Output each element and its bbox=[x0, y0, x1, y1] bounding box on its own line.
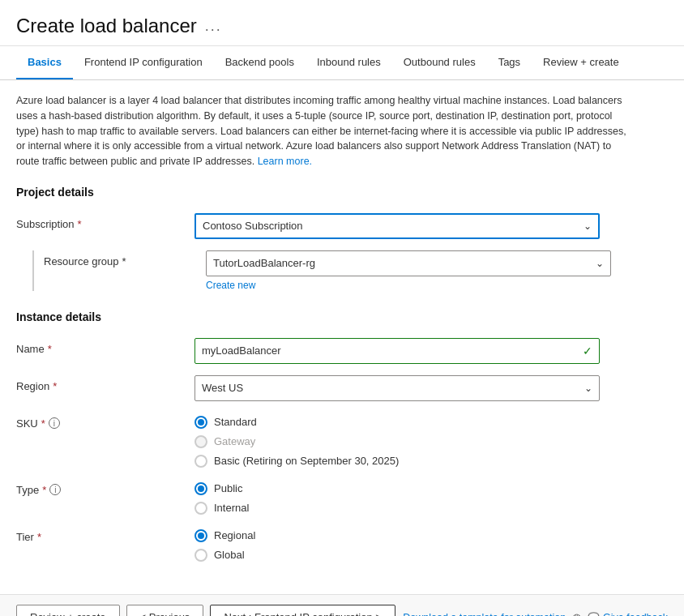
sku-control: Standard Gateway Basic (Retiring on Sept… bbox=[195, 413, 600, 468]
tier-row: Tier * Regional Global bbox=[16, 526, 668, 562]
page-title: Create load balancer ... bbox=[16, 15, 668, 37]
sku-basic-radio[interactable] bbox=[195, 455, 207, 468]
tier-regional-option[interactable]: Regional bbox=[195, 529, 600, 542]
nav-tabs: Basics Frontend IP configuration Backend… bbox=[0, 46, 684, 80]
type-control: Public Internal bbox=[195, 479, 600, 515]
give-feedback-link[interactable]: Give feedback bbox=[603, 612, 668, 616]
subscription-row: Subscription * Contoso Subscription ⌄ bbox=[16, 213, 668, 239]
tab-outbound-rules[interactable]: Outbound rules bbox=[392, 46, 487, 79]
sku-row: SKU * i Standard Gateway bbox=[16, 413, 668, 468]
type-label: Type * i bbox=[16, 479, 195, 496]
type-internal-option[interactable]: Internal bbox=[195, 502, 600, 515]
tab-review-create[interactable]: Review + create bbox=[532, 46, 631, 79]
region-dropdown-arrow: ⌄ bbox=[584, 383, 592, 394]
description-text: Azure load balancer is a layer 4 load ba… bbox=[16, 93, 632, 169]
name-label: Name * bbox=[16, 338, 195, 355]
footer: Review + create < Previous Next : Fronte… bbox=[0, 594, 684, 616]
region-row: Region * West US ⌄ bbox=[16, 375, 668, 401]
create-new-link[interactable]: Create new bbox=[206, 280, 255, 291]
tab-basics[interactable]: Basics bbox=[16, 46, 73, 79]
subscription-dropdown-arrow: ⌄ bbox=[584, 220, 592, 232]
sku-gateway-radio[interactable] bbox=[195, 435, 207, 448]
page-header: Create load balancer ... bbox=[0, 0, 684, 46]
tab-backend-pools[interactable]: Backend pools bbox=[214, 46, 306, 79]
sku-standard-option[interactable]: Standard bbox=[195, 416, 600, 429]
region-label: Region * bbox=[16, 375, 195, 392]
tab-frontend-ip[interactable]: Frontend IP configuration bbox=[73, 46, 214, 79]
previous-button[interactable]: < Previous bbox=[126, 605, 204, 616]
content-area: Azure load balancer is a layer 4 load ba… bbox=[0, 80, 684, 594]
tier-regional-radio[interactable] bbox=[195, 529, 207, 542]
download-template-link[interactable]: Download a template for automation bbox=[403, 612, 566, 616]
next-button[interactable]: Next : Frontend IP configuration > bbox=[210, 605, 395, 616]
resource-group-control: TutorLoadBalancer-rg ⌄ Create new bbox=[206, 250, 611, 291]
type-radio-group: Public Internal bbox=[195, 479, 600, 515]
tab-inbound-rules[interactable]: Inbound rules bbox=[306, 46, 392, 79]
name-control: myLoadBalancer ✓ bbox=[195, 338, 600, 364]
sku-radio-group: Standard Gateway Basic (Retiring on Sept… bbox=[195, 413, 600, 468]
page-container: Create load balancer ... Basics Frontend… bbox=[0, 0, 684, 616]
sku-basic-option[interactable]: Basic (Retiring on September 30, 2025) bbox=[195, 455, 600, 468]
resource-group-dropdown-arrow: ⌄ bbox=[596, 258, 604, 269]
instance-details-header: Instance details bbox=[16, 310, 668, 327]
resource-group-label: Resource group * bbox=[44, 250, 206, 267]
footer-links: Download a template for automation ◍ 💬 G… bbox=[403, 611, 668, 616]
feedback-icon: 💬 bbox=[588, 612, 600, 616]
subscription-dropdown[interactable]: Contoso Subscription ⌄ bbox=[195, 213, 600, 239]
title-text: Create load balancer bbox=[16, 15, 197, 37]
name-valid-icon: ✓ bbox=[583, 344, 592, 357]
tier-label: Tier * bbox=[16, 526, 195, 543]
tier-global-radio[interactable] bbox=[195, 549, 207, 562]
type-public-radio[interactable] bbox=[195, 482, 207, 495]
subscription-label: Subscription * bbox=[16, 213, 195, 230]
sku-standard-radio[interactable] bbox=[195, 416, 207, 429]
project-details-section: Project details Subscription * Contoso S… bbox=[16, 186, 668, 291]
sku-label: SKU * i bbox=[16, 413, 195, 430]
resource-group-dropdown[interactable]: TutorLoadBalancer-rg ⌄ bbox=[206, 250, 611, 276]
sku-info-icon[interactable]: i bbox=[49, 417, 60, 429]
name-row: Name * myLoadBalancer ✓ bbox=[16, 338, 668, 364]
learn-more-link[interactable]: Learn more. bbox=[258, 156, 312, 167]
tier-radio-group: Regional Global bbox=[195, 526, 600, 562]
type-info-icon[interactable]: i bbox=[49, 484, 61, 495]
type-internal-radio[interactable] bbox=[195, 502, 207, 515]
tab-tags[interactable]: Tags bbox=[487, 46, 532, 79]
project-details-header: Project details bbox=[16, 186, 668, 202]
subscription-control: Contoso Subscription ⌄ bbox=[195, 213, 600, 239]
sku-gateway-option[interactable]: Gateway bbox=[195, 435, 600, 448]
instance-details-section: Instance details Name * myLoadBalancer ✓… bbox=[16, 310, 668, 562]
region-dropdown[interactable]: West US ⌄ bbox=[195, 375, 600, 401]
tier-control: Regional Global bbox=[195, 526, 600, 562]
type-row: Type * i Public Internal bbox=[16, 479, 668, 515]
name-input[interactable]: myLoadBalancer ✓ bbox=[195, 338, 600, 364]
type-public-option[interactable]: Public bbox=[195, 482, 600, 495]
tier-global-option[interactable]: Global bbox=[195, 549, 600, 562]
review-create-button[interactable]: Review + create bbox=[16, 605, 120, 616]
resource-group-row: Resource group * TutorLoadBalancer-rg ⌄ … bbox=[32, 250, 668, 291]
title-ellipsis: ... bbox=[205, 18, 222, 35]
region-control: West US ⌄ bbox=[195, 375, 600, 401]
